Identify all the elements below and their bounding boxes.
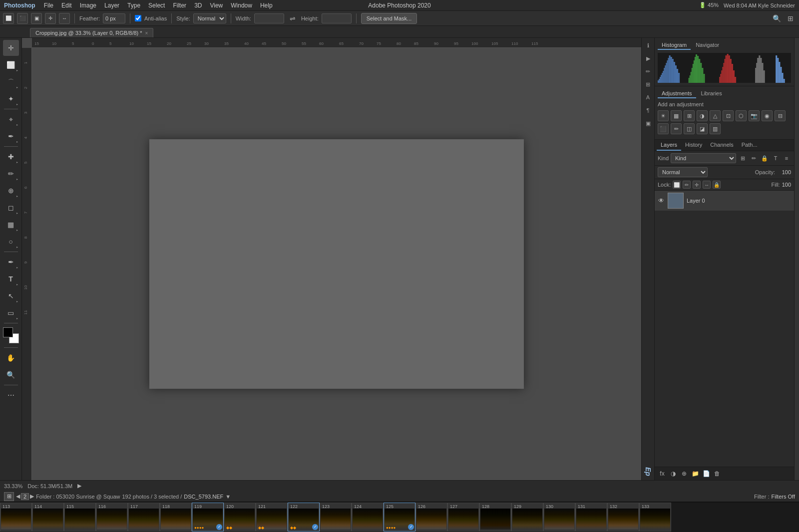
layer-new-button[interactable]: 📄 [702, 469, 711, 478]
layers-kind-select[interactable]: Kind [671, 153, 736, 163]
menu-help[interactable]: Help [257, 1, 276, 10]
filmstrip-thumb-114[interactable]: 114 [32, 503, 64, 532]
search-icon[interactable]: 🔍 [771, 13, 782, 24]
lock-position-icon[interactable]: ↔ [703, 181, 711, 189]
adj-levels-icon[interactable]: ▦ [671, 110, 682, 121]
tool-move[interactable]: ✛ [3, 40, 19, 56]
brush-settings-icon[interactable]: ✏ [643, 66, 654, 77]
adj-pattern-icon[interactable]: ▥ [710, 123, 721, 134]
menu-edit[interactable]: Edit [58, 1, 75, 10]
tool-options-icon1[interactable]: ⬜ [3, 13, 14, 24]
layer-fx-button[interactable]: fx [658, 469, 667, 478]
filmstrip-thumb-126[interactable]: 126 [415, 503, 447, 532]
menu-image[interactable]: Image [76, 1, 100, 10]
tab-paths[interactable]: Path... [738, 140, 762, 151]
style-select[interactable]: Normal [193, 13, 226, 23]
tool-path-select[interactable]: ↖ ▸ [3, 288, 19, 304]
adj-colorbalance-icon[interactable]: ⬡ [736, 110, 747, 121]
tool-eyedropper[interactable]: ✒ ▸ [3, 128, 19, 144]
filmstrip-thumb-131[interactable]: 131 [575, 503, 607, 532]
tool-text[interactable]: T ▸ [3, 271, 19, 287]
adj-threshold-icon[interactable]: ✏ [671, 123, 682, 134]
filmstrip-thumb-122[interactable]: 122 ◆◆ ✓ [288, 503, 320, 532]
tool-options-icon5[interactable]: ↔ [59, 13, 70, 24]
layers-icon-4[interactable]: T [771, 154, 780, 163]
filmstrip-thumb-113[interactable]: 113 [0, 503, 32, 532]
properties-icon[interactable]: ▣ [643, 118, 654, 129]
filmstrip-thumb-132[interactable]: 132 [607, 503, 639, 532]
status-arrow[interactable]: ▶ [77, 483, 81, 489]
layer-delete-button[interactable]: 🗑 [713, 469, 722, 478]
menu-filter[interactable]: Filter [169, 1, 190, 10]
width-input[interactable] [254, 13, 284, 23]
adj-selective-icon[interactable]: ◪ [697, 123, 708, 134]
tab-channels[interactable]: Channels [706, 140, 737, 151]
adj-photo-icon[interactable]: 📷 [749, 110, 760, 121]
tool-stamp[interactable]: ⊕ ▸ [3, 183, 19, 199]
tool-quick-select[interactable]: ✦ ▸ [3, 91, 19, 107]
tool-heal[interactable]: ✚ ▸ [3, 149, 19, 165]
adj-hsl-icon[interactable]: ⊡ [723, 110, 734, 121]
layer-row[interactable]: 👁 Layer 0 [655, 191, 794, 211]
tab-histogram[interactable]: Histogram [658, 41, 691, 50]
lock-artboard-icon[interactable]: ✛ [693, 181, 701, 189]
info-icon[interactable]: ℹ [643, 40, 654, 51]
tool-pen[interactable]: ✒ ▸ [3, 254, 19, 270]
filmstrip-thumb-121[interactable]: 121 ◆◆ [256, 503, 288, 532]
adj-curves-icon[interactable]: ⊞ [684, 110, 695, 121]
document-tab[interactable]: Cropping.jpg @ 33.3% (Layer 0, RGB/8/8) … [30, 28, 153, 37]
layer-mask-button[interactable]: ◑ [669, 469, 678, 478]
filmstrip-thumb-118[interactable]: 118 [160, 503, 192, 532]
tool-brush[interactable]: ✏ ▸ [3, 166, 19, 182]
tool-marquee[interactable]: ⬜ ▸ [3, 57, 19, 73]
blend-mode-select[interactable]: Normal [658, 167, 708, 177]
canvas-container[interactable] [32, 48, 641, 480]
layers-icon-5[interactable]: ≡ [782, 154, 791, 163]
tool-options-icon4[interactable]: ✛ [45, 13, 56, 24]
tool-options-icon3[interactable]: ▣ [31, 13, 42, 24]
foreground-color-swatch[interactable] [3, 327, 13, 337]
filmstrip-thumb-119[interactable]: 119 ●●●● ✓ [192, 503, 224, 532]
tab-navigator[interactable]: Navigator [692, 41, 723, 50]
filmstrip-thumb-129[interactable]: 129 [511, 503, 543, 532]
lock-transparent-icon[interactable]: ⬜ [673, 181, 681, 189]
tool-crop[interactable]: ⌖ ▸ [3, 111, 19, 127]
layer-group-button[interactable]: 📁 [691, 469, 700, 478]
tool-gradient[interactable]: ▦ ▸ [3, 217, 19, 233]
tab-layers[interactable]: Layers [657, 140, 681, 151]
layers-icon-2[interactable]: ✏ [749, 154, 758, 163]
panel-expand-strip[interactable] [794, 38, 799, 480]
antialias-checkbox[interactable] [135, 15, 141, 21]
tool-lasso[interactable]: ⌒ ▸ [3, 74, 19, 90]
file-label[interactable]: DSC_5793.NEF [184, 494, 223, 500]
tab-close-button[interactable]: × [145, 30, 148, 36]
file-dropdown[interactable]: ▼ [225, 494, 231, 500]
layer-visibility-toggle[interactable]: 👁 [658, 197, 665, 204]
filmstrip-thumb-128[interactable]: 128 [479, 503, 511, 532]
filmstrip-thumb-130[interactable]: 130 [543, 503, 575, 532]
menu-window[interactable]: Window [227, 1, 256, 10]
type-icon[interactable]: A [643, 92, 654, 103]
menu-select[interactable]: Select [145, 1, 168, 10]
adj-channel-icon[interactable]: ◉ [762, 110, 773, 121]
menu-type[interactable]: Type [124, 1, 144, 10]
filmstrip-thumb-133[interactable]: 133 [639, 503, 671, 532]
ep-plugin-icon[interactable]: Ep [642, 465, 655, 478]
image-canvas[interactable] [149, 139, 524, 389]
paragraph-icon[interactable]: ¶ [643, 105, 654, 116]
adj-posterize-icon[interactable]: ⬛ [658, 123, 669, 134]
layers-icon-1[interactable]: ⊞ [738, 154, 747, 163]
tool-options-icon2[interactable]: ⬛ [17, 13, 28, 24]
filmstrip-thumb-125[interactable]: 125 ●●●● ✓ [384, 503, 415, 532]
select-mask-button[interactable]: Select and Mask... [361, 13, 417, 24]
swap-icon[interactable]: ⇌ [287, 13, 298, 24]
filter-value[interactable]: Filters Off [772, 494, 795, 500]
adj-brightness-icon[interactable]: ☀ [658, 110, 669, 121]
options-icon[interactable]: ⊞ [643, 79, 654, 90]
menu-view[interactable]: View [206, 1, 226, 10]
panel-icon[interactable]: ⊞ [785, 13, 796, 24]
tab-history[interactable]: History [681, 140, 706, 151]
tool-shape[interactable]: ▭ ▸ [3, 305, 19, 321]
nav-next[interactable]: ▶ [30, 493, 34, 500]
feather-input[interactable] [103, 13, 125, 23]
